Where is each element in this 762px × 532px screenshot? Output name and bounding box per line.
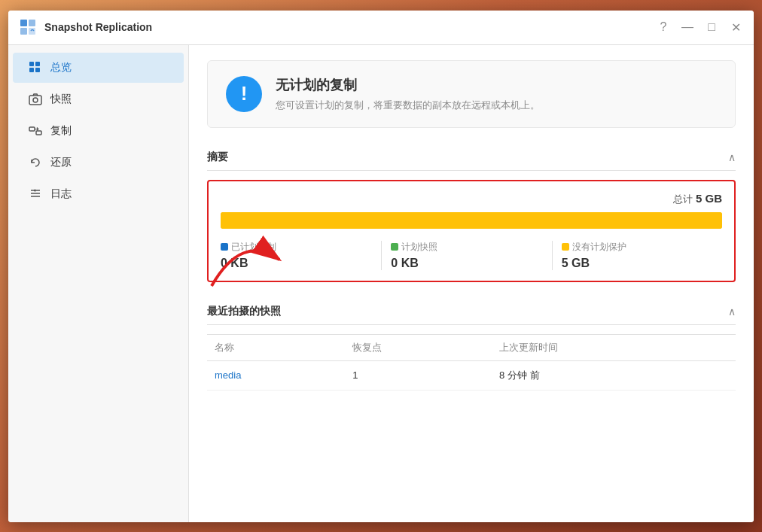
cell-last-updated: 8 分钟 前 (492, 360, 736, 390)
svg-rect-7 (35, 68, 40, 72)
grid-icon (28, 60, 43, 75)
svg-rect-5 (35, 62, 40, 66)
sidebar: 总览 快照 (8, 45, 189, 522)
summary-header: 摘要 ∧ (207, 143, 736, 171)
progress-bar (221, 212, 722, 229)
sidebar-item-snapshot[interactable]: 快照 (13, 84, 184, 114)
progress-bar-fill (221, 212, 722, 229)
notice-icon: ! (226, 76, 262, 112)
help-button[interactable]: ? (654, 18, 672, 36)
window-title: Snapshot Replication (44, 21, 654, 33)
snapshots-collapse-icon[interactable]: ∧ (728, 306, 736, 318)
snapshot-table-head: 名称 恢复点 上次更新时间 (207, 334, 736, 360)
summary-total: 总计 5 GB (221, 192, 722, 206)
col-name: 名称 (207, 334, 345, 360)
stat-item-planned: 计划快照 0 KB (382, 241, 552, 270)
media-link[interactable]: media (215, 369, 241, 381)
app-icon (17, 17, 38, 38)
summary-collapse-icon[interactable]: ∧ (728, 151, 736, 163)
content-area: ! 无计划的复制 您可设置计划的复制，将重要数据的副本放在远程或本机上。 摘要 … (189, 45, 754, 522)
col-restore-points: 恢复点 (345, 334, 492, 360)
stat-dot-green (391, 243, 398, 251)
cell-name: media (207, 360, 345, 390)
maximize-button[interactable]: □ (703, 18, 721, 36)
svg-rect-8 (29, 96, 41, 105)
summary-title: 摘要 (207, 150, 228, 164)
main-area: 总览 快照 (8, 45, 754, 522)
notice-text: 无计划的复制 您可设置计划的复制，将重要数据的副本放在远程或本机上。 (276, 76, 540, 112)
stat-dot-orange (562, 243, 569, 251)
sidebar-label-restore: 还原 (50, 156, 72, 169)
summary-section: 摘要 ∧ 总计 5 GB 已计划复制 (207, 143, 736, 282)
notice-banner: ! 无计划的复制 您可设置计划的复制，将重要数据的副本放在远程或本机上。 (207, 60, 736, 128)
summary-stats: 已计划复制 0 KB 计划快照 0 K (221, 241, 722, 270)
stat-value-unprotected: 5 GB (562, 257, 713, 270)
snapshots-title: 最近拍摄的快照 (207, 305, 281, 318)
stat-value-planned: 0 KB (391, 257, 542, 270)
svg-rect-10 (29, 127, 35, 131)
stat-value-scheduled: 0 KB (221, 257, 372, 270)
titlebar: Snapshot Replication ? — □ ✕ (8, 11, 754, 45)
summary-box: 总计 5 GB 已计划复制 0 KB (207, 180, 736, 282)
cell-restore-points: 1 (345, 360, 492, 390)
log-icon (28, 187, 43, 202)
close-button[interactable]: ✕ (727, 18, 745, 36)
snapshot-table: 名称 恢复点 上次更新时间 media 1 8 分钟 前 (207, 334, 736, 391)
svg-point-9 (33, 98, 38, 102)
sidebar-label-snapshot: 快照 (50, 93, 72, 106)
window-controls: ? — □ ✕ (654, 18, 745, 36)
recent-snapshots-section: 最近拍摄的快照 ∧ 名称 恢复点 上次更新时间 med (207, 297, 736, 391)
summary-total-value: 5 GB (696, 192, 722, 205)
svg-rect-0 (20, 20, 27, 26)
stat-label-scheduled: 已计划复制 (221, 241, 372, 254)
stat-item-scheduled: 已计划复制 0 KB (221, 241, 382, 270)
replicate-icon (28, 123, 43, 138)
svg-rect-4 (29, 62, 34, 66)
camera-icon (28, 92, 43, 107)
svg-rect-3 (29, 28, 35, 35)
svg-rect-6 (29, 68, 34, 72)
stat-item-unprotected: 没有计划保护 5 GB (553, 241, 722, 270)
sidebar-item-overview[interactable]: 总览 (13, 53, 184, 83)
stat-dot-blue (221, 243, 228, 251)
svg-rect-2 (20, 28, 27, 35)
snapshot-table-body: media 1 8 分钟 前 (207, 360, 736, 390)
sidebar-label-replication: 复制 (50, 124, 72, 138)
svg-rect-1 (29, 20, 35, 26)
sidebar-label-log: 日志 (50, 187, 72, 201)
table-row: media 1 8 分钟 前 (207, 360, 736, 390)
sidebar-label-overview: 总览 (50, 61, 72, 74)
sidebar-item-log[interactable]: 日志 (13, 179, 184, 209)
snapshots-header: 最近拍摄的快照 ∧ (207, 297, 736, 325)
notice-title: 无计划的复制 (276, 76, 540, 94)
notice-description: 您可设置计划的复制，将重要数据的副本放在远程或本机上。 (276, 99, 540, 112)
stat-label-planned: 计划快照 (391, 241, 542, 254)
restore-icon (28, 155, 43, 170)
col-last-updated: 上次更新时间 (492, 334, 736, 360)
stat-label-unprotected: 没有计划保护 (562, 241, 713, 254)
svg-rect-11 (36, 131, 41, 135)
sidebar-item-restore[interactable]: 还原 (13, 147, 184, 178)
svg-point-16 (34, 189, 36, 191)
sidebar-item-replication[interactable]: 复制 (13, 116, 184, 146)
app-window: Snapshot Replication ? — □ ✕ 总览 (8, 11, 754, 522)
minimize-button[interactable]: — (678, 18, 696, 36)
